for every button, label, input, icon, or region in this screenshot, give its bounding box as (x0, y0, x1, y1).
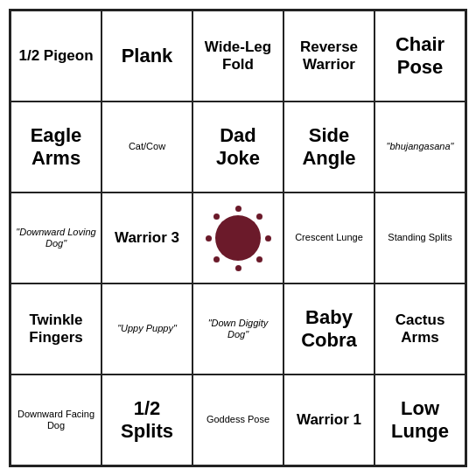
free-space-icon (207, 207, 269, 269)
cell-text-0: 1/2 Pigeon (18, 47, 93, 65)
bingo-cell-14: Standing Splits (374, 192, 466, 284)
cell-text-6: Cat/Cow (129, 141, 165, 152)
cell-text-2: Wide-Leg Fold (197, 38, 279, 74)
bingo-cell-6: Cat/Cow (102, 102, 192, 192)
bingo-cell-15: Twinkle Fingers (10, 284, 102, 374)
bingo-cell-4: Chair Pose (374, 10, 466, 102)
cell-text-7: Dad Joke (197, 124, 279, 171)
cell-text-4: Chair Pose (379, 33, 461, 80)
bingo-cell-16: "Uppy Puppy" (102, 284, 192, 374)
bingo-cell-18: Baby Cobra (284, 284, 374, 374)
cell-text-17: "Down Diggity Dog" (197, 318, 279, 340)
cell-text-5: Eagle Arms (15, 124, 97, 171)
cell-text-23: Warrior 1 (297, 411, 361, 429)
bingo-card: 1/2 PigeonPlankWide-Leg FoldReverse Warr… (9, 9, 467, 467)
cell-text-22: Goddess Pose (206, 414, 270, 425)
cell-text-11: Warrior 3 (115, 229, 179, 247)
bingo-cell-5: Eagle Arms (10, 102, 102, 192)
bingo-cell-13: Crescent Lunge (284, 192, 374, 284)
cell-text-21: 1/2 Splits (106, 397, 188, 444)
cell-text-15: Twinkle Fingers (15, 312, 97, 347)
bingo-cell-10: "Downward Loving Dog" (10, 192, 102, 284)
cell-text-3: Reverse Warrior (288, 38, 370, 74)
bingo-cell-11: Warrior 3 (102, 192, 192, 284)
bingo-cell-12 (192, 192, 284, 284)
bingo-cell-7: Dad Joke (192, 102, 284, 192)
bingo-cell-21: 1/2 Splits (102, 374, 192, 466)
cell-text-8: Side Angle (288, 124, 370, 171)
bingo-cell-9: "bhujangasana" (374, 102, 466, 192)
cell-text-19: Cactus Arms (379, 312, 461, 347)
bingo-cell-23: Warrior 1 (284, 374, 374, 466)
bingo-cell-0: 1/2 Pigeon (10, 10, 102, 102)
bingo-cell-2: Wide-Leg Fold (192, 10, 284, 102)
cell-text-9: "bhujangasana" (387, 141, 454, 152)
bingo-cell-20: Downward Facing Dog (10, 374, 102, 466)
cell-text-14: Standing Splits (388, 232, 452, 243)
bingo-cell-19: Cactus Arms (374, 284, 466, 374)
bingo-cell-3: Reverse Warrior (284, 10, 374, 102)
cell-text-1: Plank (122, 45, 173, 67)
bingo-cell-1: Plank (102, 10, 192, 102)
bingo-cell-22: Goddess Pose (192, 374, 284, 466)
cell-text-10: "Downward Loving Dog" (15, 227, 97, 249)
bingo-cell-8: Side Angle (284, 102, 374, 192)
cell-text-24: Low Lunge (379, 397, 461, 444)
cell-text-13: Crescent Lunge (295, 232, 363, 243)
cell-text-16: "Uppy Puppy" (117, 323, 177, 334)
cell-text-20: Downward Facing Dog (15, 409, 97, 431)
bingo-cell-24: Low Lunge (374, 374, 466, 466)
bingo-cell-17: "Down Diggity Dog" (192, 284, 284, 374)
cell-text-18: Baby Cobra (288, 306, 370, 353)
